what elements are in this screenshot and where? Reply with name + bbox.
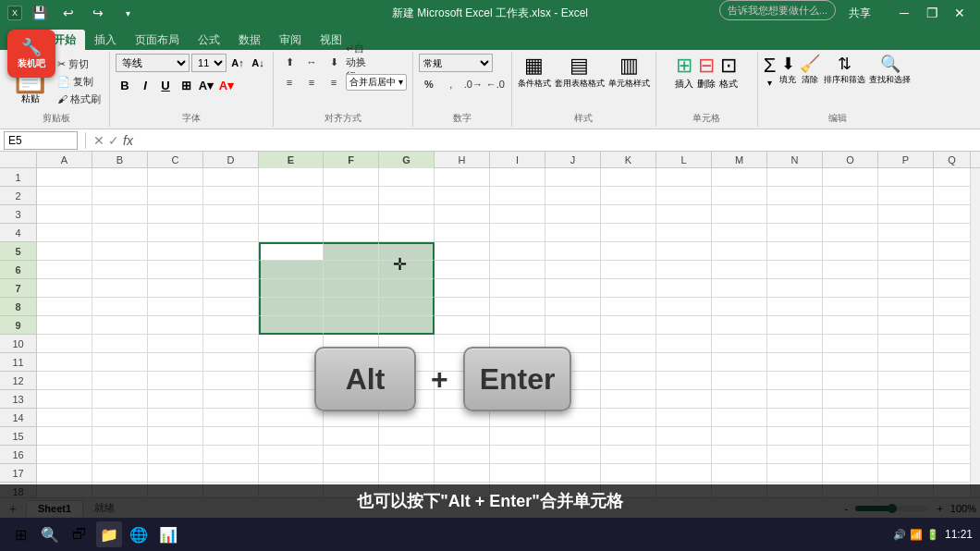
col-header-G[interactable]: G <box>379 152 435 168</box>
cell-E9[interactable] <box>259 316 324 335</box>
col-header-Q[interactable]: Q <box>934 152 971 168</box>
tab-insert[interactable]: 插入 <box>85 30 126 50</box>
row-header-11[interactable]: 11 <box>0 353 37 372</box>
start-button[interactable]: ⊞ <box>7 521 33 547</box>
close-button[interactable]: ✕ <box>947 0 973 26</box>
row-header-12[interactable]: 12 <box>0 372 37 390</box>
row-header-5[interactable]: 5 <box>0 242 37 261</box>
col-header-O[interactable]: O <box>823 152 878 168</box>
col-header-C[interactable]: C <box>148 152 203 168</box>
cell-L1[interactable] <box>656 168 712 187</box>
cut-button[interactable]: ✂ 剪切 <box>55 56 104 72</box>
cell-B1[interactable] <box>92 168 148 187</box>
row-header-8[interactable]: 8 <box>0 298 37 316</box>
row-header-13[interactable]: 13 <box>0 390 37 409</box>
clear-button[interactable]: 🧹 清除 <box>800 54 820 86</box>
cell-N1[interactable] <box>767 168 823 187</box>
insert-button[interactable]: ⊞ 插入 <box>675 54 693 91</box>
delete-button[interactable]: ⊟ 删除 <box>697 54 716 91</box>
row-header-7[interactable]: 7 <box>0 279 37 298</box>
task-view-button[interactable]: 🗗 <box>67 521 92 547</box>
save-button[interactable]: 💾 <box>26 0 52 26</box>
decrease-font-size-button[interactable]: A↓ <box>249 54 267 72</box>
cell-I1[interactable] <box>490 168 545 187</box>
row-header-16[interactable]: 16 <box>0 446 37 464</box>
bottom-align-button[interactable]: ⬇ <box>324 54 344 70</box>
cell-M1[interactable] <box>712 168 767 187</box>
fill-color-button[interactable]: A▾ <box>197 76 215 94</box>
customize-qat-button[interactable]: ▾ <box>115 0 141 26</box>
col-header-B[interactable]: B <box>92 152 148 168</box>
center-button[interactable]: ≡ <box>301 74 322 91</box>
col-header-A[interactable]: A <box>37 152 92 168</box>
increase-font-size-button[interactable]: A↑ <box>228 54 247 72</box>
font-size-select[interactable]: 11 <box>191 54 227 72</box>
col-header-L[interactable]: L <box>656 152 712 168</box>
browser-taskbar[interactable]: 🌐 <box>126 521 152 547</box>
fill-button[interactable]: ⬇ 填充 <box>779 54 796 86</box>
name-box[interactable] <box>4 131 78 150</box>
right-align-button[interactable]: ≡ <box>324 74 344 91</box>
restore-button[interactable]: ❐ <box>919 0 945 26</box>
font-color-button[interactable]: A▾ <box>217 76 236 94</box>
find-select-button[interactable]: 🔍 查找和选择 <box>869 54 911 86</box>
function-icon[interactable]: fx <box>123 133 133 148</box>
col-header-F[interactable]: F <box>324 152 379 168</box>
format-button[interactable]: ⊡ 格式 <box>719 54 738 91</box>
tab-page-layout[interactable]: 页面布局 <box>126 30 189 50</box>
cell-E5[interactable] <box>259 242 324 261</box>
cancel-icon[interactable]: ✕ <box>93 133 104 148</box>
excel-taskbar[interactable]: 📊 <box>155 521 181 547</box>
cell-E1[interactable] <box>259 168 324 187</box>
confirm-icon[interactable]: ✓ <box>108 133 119 148</box>
cell-F5[interactable] <box>324 242 379 261</box>
cell-E8[interactable] <box>259 298 324 316</box>
minimize-button[interactable]: ─ <box>891 0 917 26</box>
col-header-M[interactable]: M <box>712 152 767 168</box>
tab-review[interactable]: 审阅 <box>270 30 311 50</box>
cell-F6[interactable] <box>324 261 379 279</box>
cell-G5[interactable] <box>379 242 435 261</box>
share-button[interactable]: 共享 <box>838 0 882 26</box>
number-format-select[interactable]: 常规 <box>419 54 493 72</box>
cell-G8[interactable] <box>379 298 435 316</box>
comma-button[interactable]: , <box>441 76 461 92</box>
row-header-6[interactable]: 6 <box>0 261 37 279</box>
cell-F1[interactable] <box>324 168 379 187</box>
col-header-D[interactable]: D <box>203 152 259 168</box>
tell-me-search[interactable]: 告诉我您想要做什么... <box>719 0 836 20</box>
cell-G9[interactable] <box>379 316 435 335</box>
table-format-button[interactable]: ▤ 套用表格格式 <box>555 54 605 90</box>
cell-G7[interactable] <box>379 279 435 298</box>
col-header-P[interactable]: P <box>878 152 934 168</box>
top-align-button[interactable]: ⬆ <box>279 54 300 70</box>
row-header-4[interactable]: 4 <box>0 224 37 242</box>
left-align-button[interactable]: ≡ <box>279 74 300 91</box>
cell-G1[interactable] <box>379 168 435 187</box>
undo-button[interactable]: ↩ <box>55 0 81 26</box>
increase-decimal-button[interactable]: .0→ <box>463 76 484 92</box>
format-painter-button[interactable]: 🖌 格式刷 <box>55 92 104 107</box>
row-header-17[interactable]: 17 <box>0 464 37 483</box>
wrap-text-button[interactable]: ↵自动换行 <box>346 54 366 70</box>
col-header-K[interactable]: K <box>601 152 656 168</box>
row-header-10[interactable]: 10 <box>0 335 37 353</box>
cell-F7[interactable] <box>324 279 379 298</box>
cell-F8[interactable] <box>324 298 379 316</box>
cell-styles-button[interactable]: ▥ 单元格样式 <box>608 54 650 90</box>
col-header-E[interactable]: E <box>259 152 324 168</box>
cell-G6[interactable] <box>379 261 435 279</box>
cell-C1[interactable] <box>148 168 203 187</box>
cell-A1[interactable] <box>37 168 92 187</box>
row-header-1[interactable]: 1 <box>0 168 37 187</box>
autosum-button[interactable]: Σ ▾ <box>764 54 777 88</box>
col-header-N[interactable]: N <box>767 152 823 168</box>
cell-O1[interactable] <box>823 168 878 187</box>
col-header-J[interactable]: J <box>545 152 601 168</box>
cell-E6[interactable] <box>259 261 324 279</box>
row-header-14[interactable]: 14 <box>0 409 37 427</box>
search-taskbar-button[interactable]: 🔍 <box>37 521 63 547</box>
font-family-select[interactable]: 等线 <box>116 54 190 72</box>
row-header-9[interactable]: 9 <box>0 316 37 335</box>
formula-input[interactable] <box>137 134 976 147</box>
